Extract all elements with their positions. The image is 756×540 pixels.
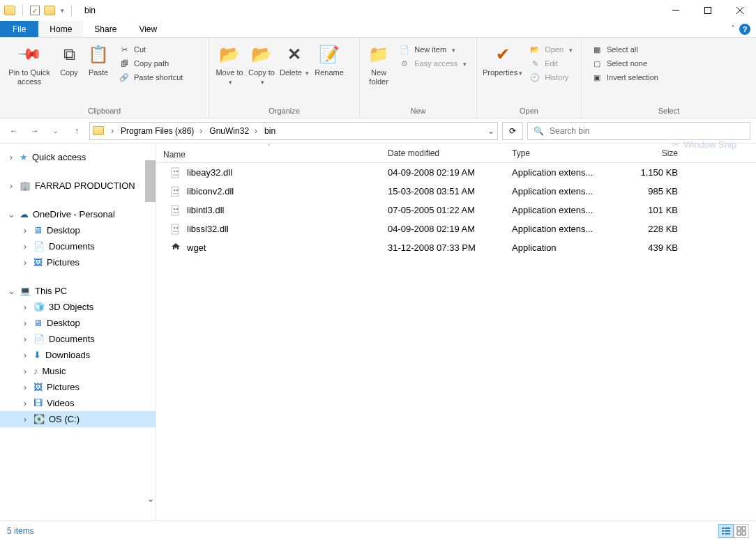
tree-od-pictures[interactable]: ›🖼Pictures (0, 254, 156, 270)
file-name: wget (187, 242, 206, 253)
clipboard-icon: 📋 (87, 43, 109, 65)
properties-button[interactable]: ✔ Properties (481, 40, 524, 81)
file-list[interactable]: ˄ Name Date modified Type Size libeay32.… (156, 144, 756, 520)
tree-3d-objects[interactable]: ›🧊3D Objects (0, 299, 156, 315)
thumbnails-view-button[interactable] (734, 524, 749, 538)
edit-button[interactable]: ✎Edit (527, 57, 575, 70)
star-icon: ★ (20, 152, 28, 162)
column-name[interactable]: ˄ Name (156, 147, 381, 160)
maximize-button[interactable] (692, 0, 724, 21)
close-button[interactable] (724, 0, 756, 21)
svg-rect-24 (722, 533, 724, 534)
copy-button[interactable]: ⧉ Copy (54, 40, 84, 80)
breadcrumb-item[interactable]: GnuWin32 (206, 126, 260, 136)
search-box[interactable]: 🔍 (527, 122, 750, 140)
tree-od-documents[interactable]: ›📄Documents (0, 238, 156, 254)
pin-to-quick-access-button[interactable]: 📌 Pin to Quick access (4, 40, 54, 89)
copy-path-icon: 🗐 (119, 58, 130, 69)
delete-icon: ✕ (283, 43, 305, 65)
tree-pictures[interactable]: ›🖼Pictures (0, 379, 156, 395)
back-button[interactable]: ← (6, 123, 22, 139)
svg-rect-8 (172, 187, 179, 196)
tree-farrad[interactable]: ›🏢FARRAD PRODUCTION (0, 178, 156, 194)
edit-icon: ✎ (529, 58, 540, 69)
search-input[interactable] (550, 126, 744, 136)
delete-button[interactable]: ✕ Delete (278, 40, 311, 81)
computer-icon: 💻 (20, 286, 31, 296)
downloads-icon: ⬇ (33, 350, 41, 360)
paste-shortcut-button[interactable]: 🔗Paste shortcut (116, 71, 186, 84)
select-all-icon: ▦ (591, 44, 603, 55)
tree-desktop[interactable]: ›🖥Desktop (0, 315, 156, 331)
svg-point-10 (176, 189, 179, 191)
help-icon[interactable]: ? (739, 24, 750, 35)
svg-rect-1 (705, 8, 711, 14)
tab-home[interactable]: Home (38, 21, 83, 37)
svg-rect-20 (722, 527, 724, 529)
qat-customize-dropdown[interactable] (59, 7, 64, 14)
qat-properties-icon[interactable]: ✓ (30, 6, 40, 15)
svg-point-17 (174, 226, 176, 229)
new-folder-button[interactable]: 📁 New folder (364, 40, 393, 89)
breadcrumb-dropdown[interactable]: ⌄ (487, 126, 494, 136)
copy-to-icon: 📂 (250, 43, 273, 65)
file-row[interactable]: libiconv2.dll15-03-2008 03:51 AMApplicat… (156, 182, 756, 201)
details-view-button[interactable] (718, 524, 734, 538)
tree-od-desktop[interactable]: ›🖥Desktop (0, 222, 156, 238)
svg-point-18 (176, 226, 179, 229)
collapse-ribbon-icon[interactable]: ˄ (731, 24, 735, 34)
tree-this-pc[interactable]: ⌄💻This PC (0, 283, 156, 299)
refresh-button[interactable]: ⟳ (502, 122, 523, 140)
tree-quick-access[interactable]: ›★Quick access (0, 149, 156, 165)
copy-to-button[interactable]: 📂 Copy to (245, 40, 278, 90)
tab-file[interactable]: File (0, 21, 38, 37)
history-button[interactable]: 🕘History (527, 71, 575, 84)
group-label-open: Open (481, 105, 577, 116)
tree-music[interactable]: ›♪Music (0, 363, 156, 379)
column-date[interactable]: Date modified (381, 148, 505, 158)
invert-selection-icon: ▣ (591, 72, 603, 83)
easy-access-icon: ⚙ (399, 58, 410, 69)
move-to-button[interactable]: 📂 Move to (213, 40, 245, 90)
navigation-pane[interactable]: ⌄ ›★Quick access ›🏢FARRAD PRODUCTION ⌄☁O… (0, 144, 156, 520)
file-date: 31-12-2008 07:33 PM (381, 242, 505, 253)
breadcrumb-item[interactable]: bin (262, 126, 278, 136)
file-row[interactable]: libintl3.dll07-05-2005 01:22 AMApplicati… (156, 201, 756, 219)
column-headers[interactable]: ˄ Name Date modified Type Size (156, 144, 756, 163)
tree-documents[interactable]: ›📄Documents (0, 331, 156, 347)
file-row[interactable]: libssl32.dll04-09-2008 02:19 AMApplicati… (156, 219, 756, 238)
column-type[interactable]: Type (505, 148, 612, 158)
tree-videos[interactable]: ›🎞Videos (0, 395, 156, 411)
minimize-button[interactable] (660, 0, 692, 21)
select-none-button[interactable]: ▢Select none (589, 57, 661, 70)
file-row[interactable]: wget31-12-2008 07:33 PMApplication439 KB (156, 238, 756, 257)
paste-button[interactable]: 📋 Paste (84, 40, 113, 80)
file-row[interactable]: libeay32.dll04-09-2008 02:19 AMApplicati… (156, 163, 756, 182)
easy-access-button[interactable]: ⚙Easy access (396, 57, 469, 70)
tree-onedrive[interactable]: ⌄☁OneDrive - Personal (0, 206, 156, 222)
open-button[interactable]: 📂Open (527, 43, 575, 56)
videos-icon: 🎞 (33, 398, 43, 408)
column-size[interactable]: Size (612, 148, 685, 158)
svg-rect-15 (173, 212, 179, 213)
tab-view[interactable]: View (128, 21, 168, 37)
scrollbar-thumb[interactable] (145, 160, 156, 202)
cut-button[interactable]: ✂Cut (116, 43, 186, 56)
new-item-button[interactable]: 📄New item (396, 43, 469, 56)
up-button[interactable]: ↑ (68, 123, 85, 139)
qat-newfolder-icon[interactable] (44, 6, 55, 15)
tree-os-c[interactable]: ›💽OS (C:) (0, 411, 156, 427)
svg-rect-22 (722, 530, 724, 532)
copy-path-button[interactable]: 🗐Copy path (116, 57, 186, 70)
tree-downloads[interactable]: ›⬇Downloads (0, 347, 156, 363)
breadcrumb[interactable]: Program Files (x86) GnuWin32 bin ⌄ (89, 122, 498, 140)
invert-selection-button[interactable]: ▣Invert selection (589, 71, 661, 84)
rename-button[interactable]: 📝 Rename (311, 40, 347, 80)
shortcut-icon: 🔗 (119, 72, 130, 83)
recent-locations-dropdown[interactable]: ⌄ (47, 123, 64, 139)
scrollbar-down-icon[interactable]: ⌄ (145, 493, 156, 504)
forward-button[interactable]: → (27, 123, 43, 139)
select-all-button[interactable]: ▦Select all (589, 43, 661, 56)
breadcrumb-item[interactable]: Program Files (x86) (118, 126, 205, 136)
tab-share[interactable]: Share (83, 21, 128, 37)
